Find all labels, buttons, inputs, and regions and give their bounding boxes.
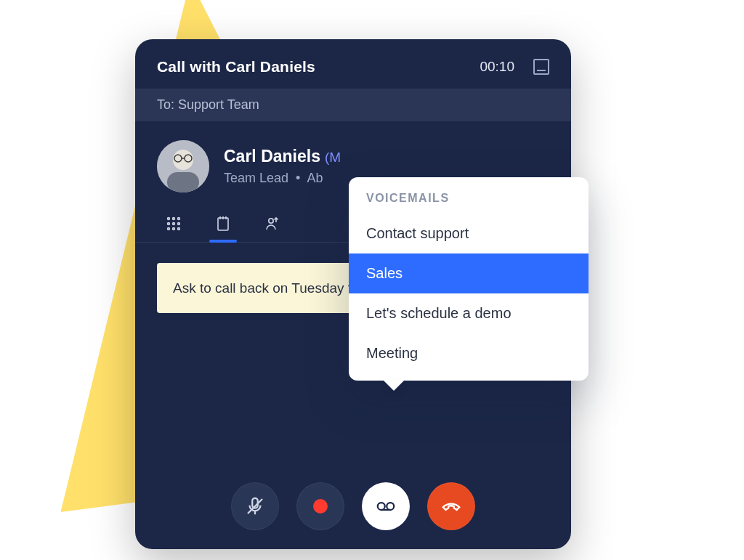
- svg-point-6: [168, 218, 170, 220]
- mute-button[interactable]: [231, 482, 279, 530]
- svg-point-12: [168, 228, 170, 230]
- microphone-off-icon: [244, 495, 266, 517]
- svg-rect-15: [218, 218, 228, 230]
- call-duration: 00:10: [480, 59, 514, 75]
- svg-point-10: [173, 223, 175, 225]
- svg-point-1: [173, 150, 193, 170]
- voicemail-option-contact-support[interactable]: Contact support: [349, 214, 589, 253]
- phone-hangup-icon: [440, 495, 462, 517]
- contact-role: Team Lead: [224, 171, 288, 185]
- notes-icon: [214, 215, 232, 232]
- voicemail-icon: [375, 495, 397, 517]
- hangup-button[interactable]: [427, 482, 475, 530]
- voicemail-option-sales[interactable]: Sales: [349, 253, 589, 293]
- contact-status: (M: [325, 150, 341, 166]
- minimize-icon[interactable]: [533, 59, 549, 75]
- tab-notes[interactable]: [203, 206, 243, 242]
- svg-point-23: [378, 503, 385, 510]
- svg-point-8: [178, 218, 180, 220]
- contact-name: Carl Daniels: [224, 147, 320, 166]
- voicemail-button[interactable]: [362, 482, 410, 530]
- record-icon: [313, 499, 328, 514]
- svg-point-9: [168, 223, 170, 225]
- window-titlebar: Call with Carl Daniels 00:10: [135, 39, 571, 89]
- contact-detail: Ab: [307, 171, 323, 185]
- popover-heading: VOICEMAILS: [349, 192, 589, 214]
- svg-rect-2: [167, 172, 199, 192]
- separator-dot: •: [292, 171, 307, 185]
- to-label: To:: [157, 97, 174, 112]
- svg-point-19: [269, 219, 273, 223]
- voicemail-option-schedule-demo[interactable]: Let's schedule a demo: [349, 293, 589, 333]
- to-value: Support Team: [178, 97, 259, 112]
- svg-point-24: [387, 503, 394, 510]
- svg-point-13: [173, 228, 175, 230]
- record-button[interactable]: [296, 482, 344, 530]
- voicemail-popover: VOICEMAILS Contact support Sales Let's s…: [349, 177, 589, 381]
- avatar-placeholder-icon: [157, 140, 209, 192]
- keypad-icon: [165, 215, 182, 232]
- svg-point-11: [178, 223, 180, 225]
- call-action-bar: [135, 482, 571, 530]
- tab-keypad[interactable]: [154, 206, 193, 242]
- tab-transfer[interactable]: [253, 206, 292, 242]
- svg-point-14: [178, 228, 180, 230]
- transfer-icon: [264, 215, 281, 232]
- voicemail-option-meeting[interactable]: Meeting: [349, 333, 589, 373]
- avatar[interactable]: [157, 140, 209, 192]
- to-field[interactable]: To: Support Team: [135, 89, 571, 121]
- svg-point-7: [173, 218, 175, 220]
- window-title: Call with Carl Daniels: [157, 58, 315, 76]
